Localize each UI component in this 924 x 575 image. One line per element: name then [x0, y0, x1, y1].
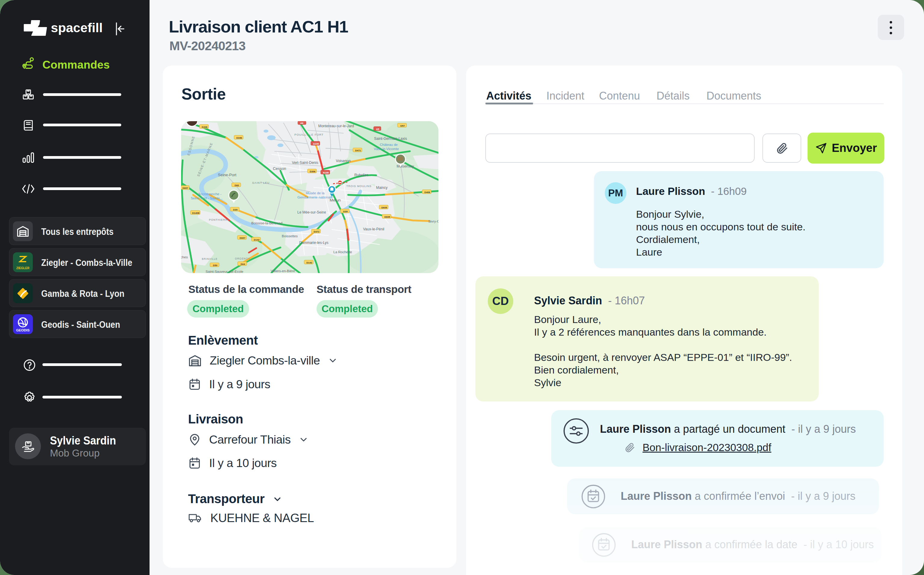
- svg-text:D64: D64: [241, 263, 245, 265]
- svg-text:Boissettes: Boissettes: [281, 234, 297, 238]
- svg-text:D605: D605: [384, 216, 390, 218]
- svg-text:La Rochette: La Rochette: [333, 250, 352, 254]
- svg-text:D142: D142: [306, 261, 312, 264]
- svg-text:Château de: Château de: [380, 143, 398, 146]
- svg-text:Saint-Sauveur-sur-École: Saint-Sauveur-sur-École: [205, 270, 243, 273]
- svg-text:Sivry-C: Sivry-C: [428, 219, 438, 223]
- svg-text:D82: D82: [235, 184, 239, 187]
- svg-text:D50: D50: [213, 264, 218, 267]
- svg-text:Seine-Port: Seine-Port: [218, 173, 237, 177]
- svg-text:Dammarie-les-Lys: Dammarie-les-Lys: [299, 241, 329, 245]
- svg-text:SAINT LEU: SAINT LEU: [252, 181, 270, 184]
- svg-text:ORGENOY: ORGENOY: [235, 257, 250, 260]
- svg-text:PONTHIERRY: PONTHIERRY: [209, 218, 230, 221]
- svg-text:POUILLY LE FORT: POUILLY LE FORT: [294, 133, 324, 136]
- svg-text:Musée de la: Musée de la: [306, 191, 324, 195]
- svg-text:Cesson: Cesson: [273, 166, 286, 171]
- svg-text:Rubelles: Rubelles: [355, 173, 369, 177]
- svg-text:D408: D408: [424, 191, 430, 194]
- svg-text:Saint-Germain-Laxis: Saint-Germain-Laxis: [374, 137, 407, 141]
- svg-text:D306: D306: [310, 170, 316, 173]
- svg-text:Vaux-le-Vicomte: Vaux-le-Vicomte: [374, 147, 399, 151]
- svg-text:A6: A6: [300, 122, 304, 124]
- svg-text:Villiers-en-Bière: Villiers-en-Bière: [271, 269, 295, 273]
- svg-text:Boissise-la-Bertrand: Boissise-la-Bertrand: [251, 221, 283, 225]
- svg-text:D346: D346: [236, 137, 242, 139]
- svg-text:Le Mée-sur-Seine: Le Mée-sur-Seine: [297, 210, 326, 214]
- svg-text:D372: D372: [313, 230, 320, 233]
- svg-text:A105: A105: [313, 143, 319, 145]
- svg-text:D39: D39: [233, 208, 238, 211]
- svg-text:TROIS MOULINS: TROIS MOULINS: [346, 185, 372, 187]
- svg-text:D607: D607: [182, 187, 188, 189]
- svg-text:Vaux-le-Pénil: Vaux-le-Pénil: [363, 227, 384, 231]
- svg-text:N105: N105: [323, 172, 329, 174]
- svg-text:ches: ches: [181, 255, 188, 259]
- svg-text:D140E: D140E: [192, 212, 200, 214]
- svg-text:A5: A5: [376, 128, 379, 130]
- svg-text:D607: D607: [240, 237, 245, 239]
- svg-text:Moisensay: Moisensay: [396, 164, 414, 168]
- svg-text:D142: D142: [254, 238, 260, 241]
- svg-text:Seine Port - Sainte...: Seine Port - Sainte...: [191, 196, 223, 200]
- svg-text:D605: D605: [381, 206, 387, 209]
- svg-text:D471: D471: [355, 149, 361, 152]
- svg-text:GEODIS: GEODIS: [16, 329, 30, 332]
- svg-text:D57: D57: [401, 124, 405, 127]
- svg-text:Gendarmerie nationale: Gendarmerie nationale: [297, 195, 333, 199]
- svg-text:D446: D446: [202, 126, 208, 129]
- svg-text:Voisenon: Voisenon: [336, 159, 350, 163]
- svg-text:Maincy: Maincy: [376, 186, 388, 190]
- svg-text:Montereau-sur-le-Jard: Montereau-sur-le-Jard: [318, 124, 354, 128]
- svg-text:Accrobranche -: Accrobranche -: [198, 192, 221, 196]
- svg-text:Vert-Saint-Denis: Vert-Saint-Denis: [292, 160, 318, 165]
- svg-text:ZIEGLER: ZIEGLER: [16, 267, 30, 270]
- svg-text:D39: D39: [343, 210, 348, 213]
- svg-text:BRINVILLE: BRINVILLE: [202, 257, 218, 260]
